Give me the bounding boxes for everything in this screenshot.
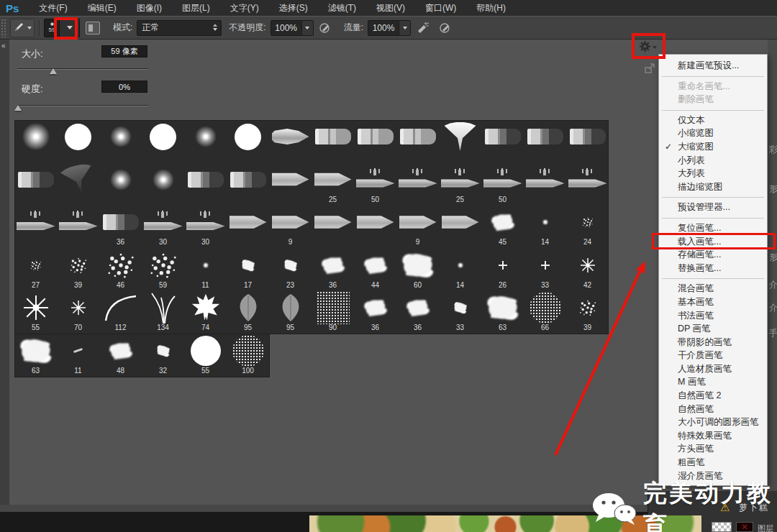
menubar-item[interactable]: 帮助(H) <box>466 0 516 16</box>
menu-item[interactable]: 带阴影的画笔 <box>659 336 767 349</box>
brush-preset[interactable] <box>142 163 184 206</box>
flow-input[interactable]: 100% <box>368 20 399 36</box>
brush-preset[interactable] <box>354 120 396 162</box>
menubar-item[interactable]: 滤镜(T) <box>318 0 366 16</box>
brush-preset[interactable] <box>227 120 269 162</box>
brush-preset[interactable] <box>14 120 57 162</box>
menu-item[interactable]: 删除画笔 <box>659 93 767 106</box>
menu-item[interactable]: 方头画笔 <box>659 442 767 456</box>
brush-preset[interactable] <box>524 120 566 162</box>
menu-item[interactable]: 基本画笔 <box>659 295 767 309</box>
brush-preset[interactable] <box>566 120 609 162</box>
brush-preset[interactable]: 112 <box>99 291 142 334</box>
brush-preset[interactable]: 24 <box>566 206 609 248</box>
brush-preset[interactable]: 74 <box>184 291 227 334</box>
brush-preset[interactable]: 100 <box>227 334 269 377</box>
airbrush-icon[interactable] <box>414 21 430 35</box>
brush-preset[interactable]: 39 <box>566 291 609 334</box>
menubar-item[interactable]: 图层(L) <box>172 0 220 16</box>
brush-preset[interactable] <box>57 206 99 248</box>
brush-preset[interactable]: 90 <box>312 291 354 334</box>
panel-flyout-button[interactable] <box>639 40 660 55</box>
menu-item[interactable]: 大列表 <box>659 167 767 180</box>
brush-preset[interactable] <box>524 163 566 206</box>
brush-preset[interactable] <box>57 120 99 162</box>
brush-preset[interactable]: 39 <box>57 249 99 291</box>
brush-preset[interactable]: 95 <box>227 291 269 334</box>
brush-preset[interactable]: 30 <box>184 206 227 248</box>
brush-preset[interactable]: 23 <box>269 249 312 291</box>
brush-preset[interactable]: 63 <box>481 291 524 334</box>
menubar-item[interactable]: 图像(I) <box>127 0 172 16</box>
menu-item[interactable]: 大小可调的圆形画笔 <box>659 416 767 429</box>
brush-preset[interactable]: 55 <box>184 334 227 377</box>
brush-preset[interactable]: 33 <box>524 249 566 291</box>
brush-preset[interactable] <box>269 163 312 206</box>
brush-preset[interactable] <box>57 163 99 206</box>
menu-item[interactable]: ✓大缩览图 <box>659 140 767 154</box>
brush-preset-picker-dropdown[interactable] <box>60 19 80 37</box>
brush-preset[interactable]: 30 <box>142 206 184 248</box>
blend-mode-select[interactable]: 正常 <box>137 20 222 36</box>
brush-preset[interactable] <box>312 120 354 162</box>
pressure-opacity-pen-icon[interactable] <box>317 21 333 35</box>
menubar-item[interactable]: 视图(V) <box>366 0 415 16</box>
panel-expand-icon[interactable] <box>645 63 655 76</box>
brush-preset[interactable] <box>439 206 481 248</box>
brush-preset[interactable] <box>354 206 396 248</box>
menu-item[interactable]: 重命名画笔... <box>659 80 767 93</box>
menu-item[interactable]: 特殊效果画笔 <box>659 429 767 443</box>
menubar-item[interactable]: 选择(S) <box>269 0 318 16</box>
menu-item[interactable]: 混合画笔 <box>659 282 767 295</box>
menu-item[interactable]: 小列表 <box>659 154 767 168</box>
opacity-dropdown[interactable] <box>302 20 314 36</box>
brush-preset[interactable]: 50 <box>481 163 524 206</box>
brush-preset[interactable]: 55 <box>14 291 57 334</box>
brush-preset[interactable] <box>99 163 142 206</box>
menu-item[interactable]: 小缩览图 <box>659 127 767 140</box>
brush-preset[interactable]: 9 <box>269 206 312 248</box>
brush-preset[interactable] <box>269 120 312 162</box>
brush-preset[interactable] <box>396 163 439 206</box>
brush-preset[interactable]: 36 <box>354 291 396 334</box>
brush-preset[interactable]: 95 <box>269 291 312 334</box>
brush-preset[interactable]: 60 <box>396 249 439 291</box>
brush-preset[interactable] <box>14 163 57 206</box>
brush-preset[interactable]: 26 <box>481 249 524 291</box>
brush-preset[interactable]: 11 <box>184 249 227 291</box>
brush-preset[interactable]: 27 <box>14 249 57 291</box>
menu-item[interactable]: DP 画笔 <box>659 322 767 336</box>
menu-item[interactable]: 存储画笔... <box>659 248 767 262</box>
brush-preset[interactable]: 14 <box>524 206 566 248</box>
brush-preset[interactable] <box>14 206 57 248</box>
brush-preset[interactable] <box>99 120 142 162</box>
brush-preset[interactable]: 14 <box>439 249 481 291</box>
menu-item[interactable]: 替换画笔... <box>659 262 767 275</box>
brush-preset[interactable]: 32 <box>142 334 184 377</box>
brush-preset[interactable] <box>481 120 524 162</box>
brush-preset[interactable]: 50 <box>354 163 396 206</box>
brush-tool-button[interactable] <box>10 19 35 37</box>
brush-preset[interactable] <box>184 163 227 206</box>
brush-preset[interactable]: 59 <box>142 249 184 291</box>
menu-item[interactable]: 仅文本 <box>659 114 767 127</box>
menu-item[interactable]: 预设管理器... <box>659 201 767 214</box>
brush-preset[interactable]: 36 <box>99 206 142 248</box>
hardness-slider[interactable] <box>17 105 148 106</box>
hardness-value-field[interactable]: 0% <box>101 81 147 93</box>
brush-preset[interactable]: 11 <box>57 334 99 377</box>
menu-item[interactable]: 粗画笔 <box>659 456 767 469</box>
menu-item[interactable]: 载入画笔... <box>659 235 767 249</box>
brush-preset[interactable]: 45 <box>481 206 524 248</box>
brush-preset[interactable] <box>227 163 269 206</box>
size-slider-thumb[interactable] <box>50 68 57 74</box>
menubar-item[interactable]: 文件(F) <box>29 0 77 16</box>
toggle-brush-panel-icon[interactable] <box>86 22 100 35</box>
brush-preset[interactable] <box>227 206 269 248</box>
brush-preset[interactable]: 134 <box>142 291 184 334</box>
menu-item[interactable]: 新建画笔预设... <box>659 59 767 73</box>
brush-preset[interactable]: 17 <box>227 249 269 291</box>
flow-dropdown[interactable] <box>399 20 411 36</box>
hardness-slider-thumb[interactable] <box>14 105 22 111</box>
menu-item[interactable]: 人造材质画笔 <box>659 362 767 376</box>
